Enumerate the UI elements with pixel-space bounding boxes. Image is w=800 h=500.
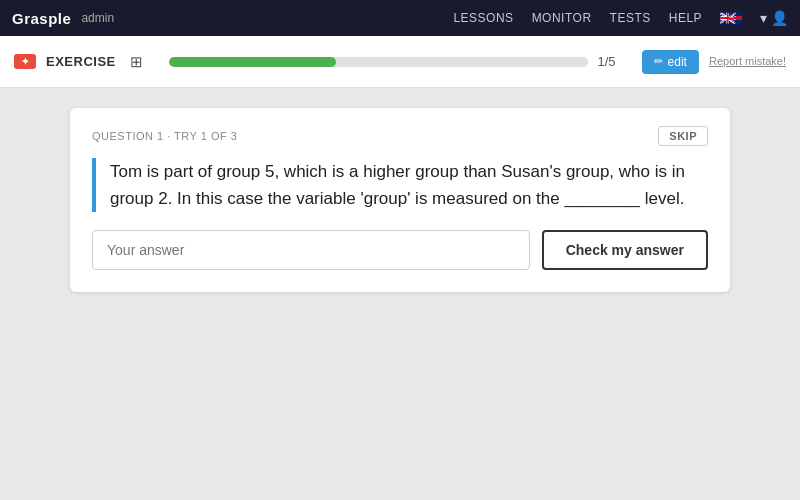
flag-icon[interactable] (720, 11, 742, 25)
question-meta: QUESTION 1 · TRY 1 OF 3 (92, 130, 237, 142)
nav-lessons[interactable]: LESSONS (453, 11, 513, 25)
progress-bar-fill (169, 57, 337, 67)
nav-right: LESSONS MONITOR TESTS HELP ▾ 👤 (453, 10, 788, 26)
nav-left: Grasple admin (12, 10, 114, 27)
progress-count: 1/5 (598, 54, 616, 69)
question-text: Tom is part of group 5, which is a highe… (110, 158, 708, 212)
answer-row: Check my answer (92, 230, 708, 270)
admin-label: admin (81, 11, 114, 25)
pencil-icon: ✏ (654, 55, 663, 68)
question-meta-row: QUESTION 1 · TRY 1 OF 3 SKIP (92, 126, 708, 146)
main-content: QUESTION 1 · TRY 1 OF 3 SKIP Tom is part… (0, 88, 800, 500)
exercise-bar: ✦ EXERCISE ⊞ 1/5 ✏ edit Report mistake! (0, 36, 800, 88)
progress-bar-background (169, 57, 588, 67)
report-mistake-link[interactable]: Report mistake! (709, 54, 786, 68)
answer-input[interactable] (92, 230, 530, 270)
nav-tests[interactable]: TESTS (610, 11, 651, 25)
question-text-wrapper: Tom is part of group 5, which is a highe… (92, 158, 708, 212)
top-navigation: Grasple admin LESSONS MONITOR TESTS HELP… (0, 0, 800, 36)
edit-button[interactable]: ✏ edit (642, 50, 699, 74)
progress-container: 1/5 (169, 54, 616, 69)
grid-icon[interactable]: ⊞ (130, 53, 143, 71)
nav-monitor[interactable]: MONITOR (532, 11, 592, 25)
check-answer-button[interactable]: Check my answer (542, 230, 708, 270)
nav-help[interactable]: HELP (669, 11, 702, 25)
exercise-label: EXERCISE (46, 54, 116, 69)
skip-button[interactable]: SKIP (658, 126, 708, 146)
edit-label: edit (668, 55, 687, 69)
exercise-badge: ✦ (14, 54, 36, 69)
question-card: QUESTION 1 · TRY 1 OF 3 SKIP Tom is part… (70, 108, 730, 292)
logo: Grasple (12, 10, 71, 27)
user-icon[interactable]: ▾ 👤 (760, 10, 788, 26)
